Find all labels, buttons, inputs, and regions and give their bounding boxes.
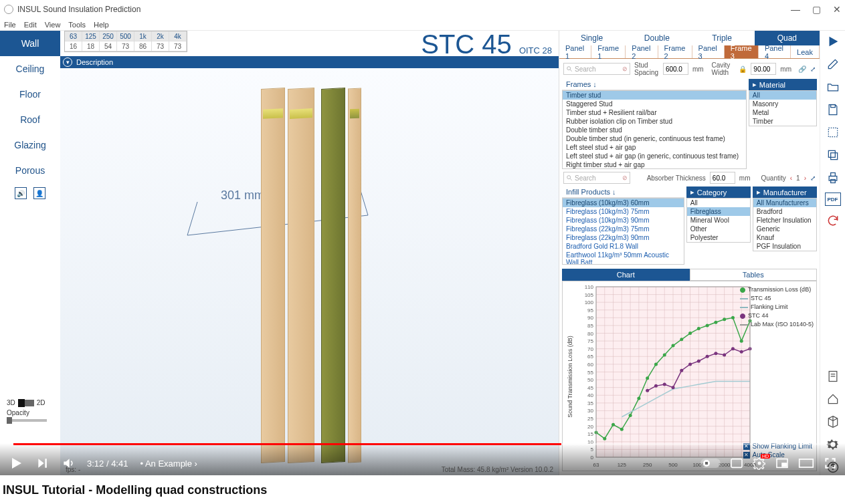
next-button[interactable] bbox=[36, 457, 50, 470]
list-item[interactable]: Right timber stud + air gap bbox=[563, 160, 746, 169]
tab-leak[interactable]: Leak bbox=[791, 45, 820, 58]
tab-panel4[interactable]: Panel 4 bbox=[759, 45, 791, 58]
list-item[interactable]: All bbox=[687, 199, 750, 207]
list-item[interactable]: Double timber stud (in generic, continuo… bbox=[563, 134, 746, 143]
3d-viewport[interactable]: 301 mm fps: - Total Mass: 45.8 kg/m² Ver… bbox=[60, 68, 559, 475]
list-item[interactable]: All Manufacturers bbox=[753, 199, 816, 207]
tab-panel3[interactable]: Panel 3 bbox=[692, 45, 725, 58]
category-list[interactable]: AllFibreglassMineral WoolOtherPolyester bbox=[686, 198, 751, 243]
window-close-button[interactable]: ✕ bbox=[833, 4, 841, 15]
tab-frame2[interactable]: Frame 2 bbox=[658, 45, 692, 58]
nav-roof[interactable]: Roof bbox=[0, 107, 60, 132]
video-progress-bar[interactable] bbox=[13, 443, 832, 445]
tab-frame3[interactable]: Frame 3↖ bbox=[725, 45, 759, 58]
copy-icon[interactable] bbox=[825, 147, 841, 163]
autoplay-toggle[interactable] bbox=[700, 459, 721, 468]
material-list[interactable]: AllMasonryMetalTimber bbox=[749, 90, 817, 126]
absorber-thickness-input[interactable] bbox=[710, 172, 735, 184]
folder-open-icon[interactable] bbox=[825, 79, 841, 95]
nav-wall[interactable]: Wall bbox=[0, 31, 60, 56]
quantity-increase[interactable]: › bbox=[804, 174, 806, 182]
menu-help[interactable]: Help bbox=[94, 21, 109, 29]
tab-frame1[interactable]: Frame 1 bbox=[591, 45, 626, 58]
compare-icon[interactable] bbox=[825, 124, 841, 140]
list-item[interactable]: Fibreglass (10kg/m3) 75mm bbox=[563, 207, 684, 216]
nav-ceiling[interactable]: Ceiling bbox=[0, 56, 60, 82]
list-item[interactable]: Staggered Stud bbox=[563, 100, 746, 108]
quantity-decrease[interactable]: ‹ bbox=[790, 174, 792, 182]
list-item[interactable]: Bradford bbox=[753, 207, 816, 216]
edit-icon[interactable] bbox=[825, 56, 841, 72]
list-item[interactable]: PGF Insulation bbox=[753, 242, 816, 251]
run-button[interactable] bbox=[825, 33, 841, 49]
person-icon[interactable]: 👤 bbox=[33, 187, 45, 199]
print-icon[interactable] bbox=[825, 170, 841, 186]
nav-porous[interactable]: Porous bbox=[0, 158, 60, 183]
list-item[interactable]: Metal bbox=[749, 108, 816, 117]
list-item[interactable]: Fibreglass (22kg/m3) 75mm bbox=[563, 225, 684, 233]
tab-chart[interactable]: Chart bbox=[562, 269, 690, 281]
list-item[interactable]: Knauf bbox=[753, 233, 816, 242]
captions-button[interactable] bbox=[730, 458, 743, 469]
tab-tables[interactable]: Tables bbox=[690, 269, 818, 281]
miniplayer-button[interactable] bbox=[775, 458, 789, 469]
refresh-icon[interactable] bbox=[825, 213, 841, 229]
menu-edit[interactable]: Edit bbox=[24, 21, 37, 29]
list-item[interactable]: Fibreglass (22kg/m3) 90mm bbox=[563, 233, 684, 242]
tab-panel2[interactable]: Panel 2 bbox=[626, 45, 658, 58]
cube-icon[interactable] bbox=[825, 414, 841, 430]
expand-icon[interactable]: ⤢ bbox=[810, 66, 816, 73]
pdf-export-icon[interactable]: PDF bbox=[825, 193, 841, 206]
video-chapter[interactable]: • An Example › bbox=[140, 459, 197, 469]
list-item[interactable]: Left steel stud + air gap bbox=[563, 143, 746, 152]
list-item[interactable]: Fibreglass bbox=[687, 207, 750, 216]
list-item[interactable]: Rubber isolation clip on Timber stud bbox=[563, 117, 746, 126]
list-item[interactable]: Bradford Gold R1.8 Wall bbox=[563, 242, 684, 251]
list-item[interactable]: Fletcher Insulation bbox=[753, 216, 816, 225]
play-button[interactable] bbox=[8, 455, 24, 471]
fullscreen-button[interactable] bbox=[824, 457, 837, 470]
clear-icon[interactable]: ⊘ bbox=[622, 66, 628, 72]
list-item[interactable]: Left steel stud + air gap (in generic, c… bbox=[563, 152, 746, 160]
opacity-slider[interactable] bbox=[7, 419, 47, 422]
nav-glazing[interactable]: Glazing bbox=[0, 132, 60, 158]
list-item[interactable]: Timber bbox=[749, 117, 816, 126]
volume-button[interactable] bbox=[62, 457, 75, 470]
list-item[interactable]: Timber stud + Resilient rail/bar bbox=[563, 108, 746, 117]
list-item[interactable]: Fibreglass (10kg/m3) 60mm bbox=[563, 199, 684, 207]
list-item[interactable]: Earthwool 11kg/m³ 50mm Acoustic Wall Bat… bbox=[563, 251, 684, 265]
window-minimize-button[interactable]: — bbox=[791, 4, 800, 15]
menu-view[interactable]: View bbox=[45, 21, 61, 29]
cavity-width-input[interactable] bbox=[751, 63, 776, 75]
house-icon[interactable] bbox=[825, 391, 841, 407]
list-item[interactable]: Generic bbox=[753, 225, 816, 233]
window-maximize-button[interactable]: ▢ bbox=[812, 4, 821, 15]
expand-icon[interactable]: ⤢ bbox=[810, 174, 816, 182]
list-item[interactable]: All bbox=[749, 91, 816, 100]
theater-button[interactable] bbox=[798, 458, 814, 469]
list-item[interactable]: Double timber stud bbox=[563, 126, 746, 134]
manufacturer-list[interactable]: All ManufacturersBradfordFletcher Insula… bbox=[753, 198, 817, 251]
lock-icon[interactable]: 🔒 bbox=[739, 66, 747, 73]
save-icon[interactable] bbox=[825, 102, 841, 118]
video-title[interactable]: INSUL Tutorial - Modelling quad construc… bbox=[0, 475, 845, 504]
tab-panel1[interactable]: Panel 1 bbox=[559, 45, 591, 58]
menu-file[interactable]: File bbox=[4, 21, 16, 29]
list-item[interactable]: Fibreglass (10kg/m3) 90mm bbox=[563, 216, 684, 225]
frames-list[interactable]: Timber studStaggered StudTimber stud + R… bbox=[562, 90, 747, 169]
description-bar[interactable]: ▾ Description bbox=[60, 56, 559, 68]
list-item[interactable]: Masonry bbox=[749, 100, 816, 108]
nav-floor[interactable]: Floor bbox=[0, 82, 60, 107]
calculator-icon[interactable] bbox=[825, 368, 841, 384]
menu-tools[interactable]: Tools bbox=[68, 21, 86, 29]
list-item[interactable]: Polyester bbox=[687, 233, 750, 242]
speaker-icon[interactable]: 🔊 bbox=[15, 187, 27, 199]
settings-button[interactable]: HD bbox=[753, 457, 766, 470]
clear-icon[interactable]: ⊘ bbox=[622, 174, 628, 181]
list-item[interactable]: Other bbox=[687, 225, 750, 233]
list-item[interactable]: Mineral Wool bbox=[687, 216, 750, 225]
infill-search-input[interactable]: Search ⊘ bbox=[563, 172, 630, 184]
infill-list[interactable]: Fibreglass (10kg/m3) 60mmFibreglass (10k… bbox=[562, 198, 684, 265]
list-item[interactable]: Timber stud bbox=[563, 91, 746, 100]
stud-spacing-input[interactable] bbox=[663, 63, 688, 75]
